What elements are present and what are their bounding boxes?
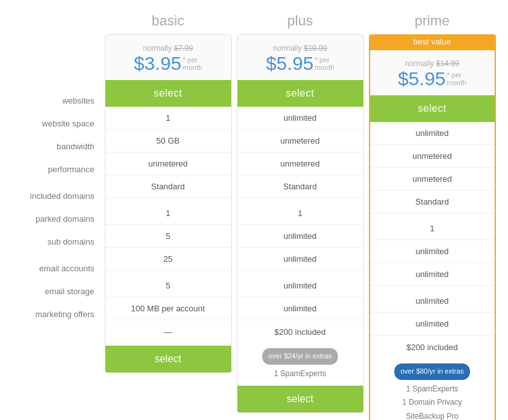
prime-price-section: normally $14.99 $5.95 * per month <box>370 50 495 95</box>
plus-card: normally $10.99 $5.95 * per month select… <box>237 34 364 413</box>
plus-normally: normally $10.99 <box>244 44 357 53</box>
pricing-table: websites website space bandwidth perform… <box>6 13 502 420</box>
prime-included-domains: 1 <box>370 217 495 240</box>
plus-price-suffix: * per <box>315 56 330 64</box>
plus-included-domains: 1 <box>237 202 363 225</box>
prime-card: normally $14.99 $5.95 * per month select… <box>369 49 496 420</box>
prime-price-unit: month <box>447 79 467 86</box>
plus-performance: Standard <box>237 175 363 198</box>
prime-extras: over $80/yr in extras 1 SpamExperts 1 Do… <box>370 358 495 420</box>
plan-plus: plus normally $10.99 $5.95 * per month s… <box>237 13 364 413</box>
prime-select-top[interactable]: select <box>370 95 495 122</box>
basic-normally: normally $7.99 <box>112 44 225 53</box>
basic-website-space: 50 GB <box>105 130 231 152</box>
prime-extras-line3: SiteBackup Pro <box>375 410 490 420</box>
basic-sub-domains: 25 <box>105 248 231 271</box>
plus-select-top[interactable]: select <box>237 80 363 107</box>
prime-bandwidth: unmetered <box>370 168 495 191</box>
prime-parked-domains: unlimited <box>370 240 495 263</box>
prime-price-suffix: * per <box>447 71 462 79</box>
plus-sub-domains: unlimited <box>237 248 363 271</box>
plus-email-accounts: unlimited <box>237 274 363 297</box>
prime-email-storage: unlimited <box>370 313 495 335</box>
basic-price-section: normally $7.99 $3.95 * per month <box>105 35 231 80</box>
basic-marketing-offers: — <box>105 320 231 343</box>
basic-email-accounts: 5 <box>105 274 231 297</box>
basic-websites: 1 <box>105 107 231 130</box>
prime-websites: unlimited <box>370 122 495 145</box>
basic-price-row: $3.95 * per month <box>112 53 225 74</box>
plus-extras-line1: 1 SpamExperts <box>243 367 358 381</box>
prime-extras-line2: 1 Domain Privacy <box>375 396 490 410</box>
basic-title: basic <box>152 13 184 29</box>
label-sub-domains: sub domains <box>10 230 102 253</box>
plus-features: unlimited unmetered unmetered Standard 1… <box>237 107 363 343</box>
label-included-domains: included domains <box>10 184 102 207</box>
label-email-accounts: email accounts <box>10 257 102 280</box>
plus-price-section: normally $10.99 $5.95 * per month <box>237 35 363 80</box>
basic-features: 1 50 GB unmetered Standard 1 5 25 5 100 … <box>105 107 231 343</box>
plus-extras-badge: over $24/yr in extras <box>262 348 338 365</box>
label-parked-domains: parked domains <box>10 207 102 230</box>
label-marketing-offers: marketing offers <box>10 302 102 325</box>
prime-performance: Standard <box>370 191 495 213</box>
plan-prime: prime best value normally $14.99 $5.95 *… <box>369 13 496 420</box>
plus-marketing-offers: $200 included <box>237 320 363 343</box>
plus-extras: over $24/yr in extras 1 SpamExperts <box>237 343 363 383</box>
basic-performance: Standard <box>105 175 231 198</box>
prime-price: $5.95 <box>398 68 446 89</box>
basic-select-bottom[interactable]: select <box>105 346 231 372</box>
plan-basic: basic normally $7.99 $3.95 * per month s… <box>105 13 232 373</box>
basic-select-top[interactable]: select <box>105 80 231 107</box>
basic-price-suffix: * per <box>183 56 197 64</box>
prime-normally: normally $14.99 <box>377 59 488 68</box>
label-websites: websites <box>10 89 102 112</box>
plus-price-unit: month <box>315 64 335 71</box>
label-bandwidth: bandwidth <box>10 135 102 158</box>
prime-price-row: $5.95 * per month <box>377 68 488 89</box>
basic-card: normally $7.99 $3.95 * per month select … <box>105 34 232 373</box>
basic-original-price: $7.99 <box>174 44 193 53</box>
label-email-storage: email storage <box>10 280 102 302</box>
basic-parked-domains: 5 <box>105 225 231 248</box>
prime-extras-line1: 1 SpamExperts <box>375 383 490 396</box>
prime-title: prime <box>415 13 450 29</box>
basic-price: $3.95 <box>134 53 182 74</box>
prime-original-price: $14.99 <box>436 59 460 68</box>
labels-column: websites website space bandwidth perform… <box>10 13 102 325</box>
plus-bandwidth: unmetered <box>237 152 363 175</box>
basic-email-storage: 100 MB per account <box>105 297 231 320</box>
plus-websites: unlimited <box>237 107 363 130</box>
prime-best-value-badge: best value <box>369 34 496 49</box>
plus-select-bottom[interactable]: select <box>237 386 363 412</box>
label-performance: performance <box>10 158 102 180</box>
plus-parked-domains: unlimited <box>237 225 363 248</box>
label-website-space: website space <box>10 112 102 135</box>
plus-website-space: unmetered <box>237 130 363 152</box>
basic-bandwidth: unmetered <box>105 152 231 175</box>
prime-website-space: unmetered <box>370 145 495 168</box>
plus-email-storage: unlimited <box>237 297 363 320</box>
prime-sub-domains: unlimited <box>370 263 495 286</box>
basic-included-domains: 1 <box>105 202 231 225</box>
plus-price-row: $5.95 * per month <box>244 53 357 74</box>
prime-marketing-offers: $200 included <box>370 335 495 358</box>
prime-features: unlimited unmetered unmetered Standard 1… <box>370 122 495 358</box>
plus-original-price: $10.99 <box>304 44 328 53</box>
prime-email-accounts: unlimited <box>370 290 495 313</box>
prime-extras-badge: over $80/yr in extras <box>394 363 471 380</box>
plus-price: $5.95 <box>266 53 314 74</box>
plus-title: plus <box>287 13 312 29</box>
basic-price-unit: month <box>183 64 203 71</box>
